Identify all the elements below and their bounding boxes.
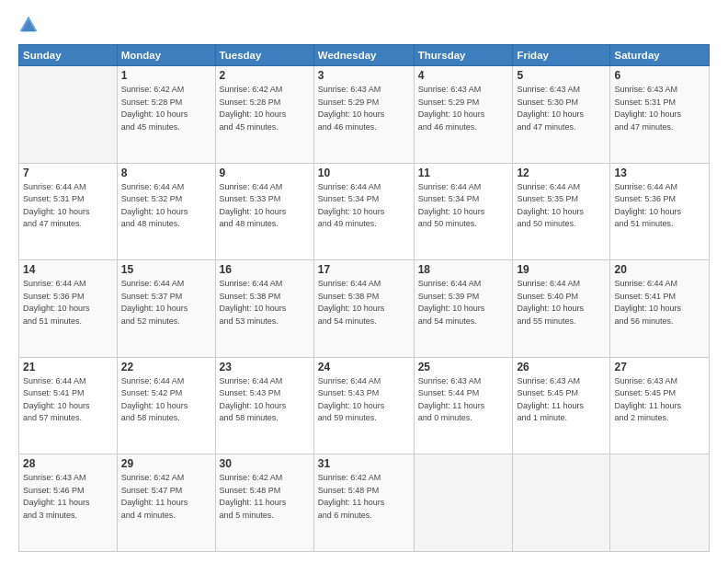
day-number: 19 [517, 263, 606, 276]
day-info: Sunrise: 6:43 AM Sunset: 5:44 PM Dayligh… [418, 375, 509, 425]
day-number: 16 [220, 263, 310, 276]
day-cell [513, 454, 610, 552]
day-cell: 5Sunrise: 6:43 AM Sunset: 5:30 PM Daylig… [513, 66, 610, 164]
header [18, 15, 710, 35]
day-cell: 28Sunrise: 6:43 AM Sunset: 5:46 PM Dayli… [19, 454, 118, 552]
day-info: Sunrise: 6:44 AM Sunset: 5:34 PM Dayligh… [318, 181, 410, 231]
day-info: Sunrise: 6:43 AM Sunset: 5:29 PM Dayligh… [418, 84, 509, 133]
day-cell: 8Sunrise: 6:44 AM Sunset: 5:32 PM Daylig… [117, 163, 215, 260]
day-cell: 10Sunrise: 6:44 AM Sunset: 5:34 PM Dayli… [313, 163, 414, 260]
day-cell: 31Sunrise: 6:42 AM Sunset: 5:48 PM Dayli… [313, 454, 414, 552]
calendar-body: 1Sunrise: 6:42 AM Sunset: 5:28 PM Daylig… [19, 66, 710, 552]
day-cell: 17Sunrise: 6:44 AM Sunset: 5:38 PM Dayli… [313, 260, 414, 358]
day-number: 10 [318, 167, 410, 179]
day-cell: 22Sunrise: 6:44 AM Sunset: 5:42 PM Dayli… [117, 357, 215, 454]
calendar-table: SundayMondayTuesdayWednesdayThursdayFrid… [18, 44, 710, 552]
day-cell: 1Sunrise: 6:42 AM Sunset: 5:28 PM Daylig… [117, 66, 215, 164]
day-info: Sunrise: 6:44 AM Sunset: 5:37 PM Dayligh… [121, 278, 211, 327]
day-info: Sunrise: 6:44 AM Sunset: 5:32 PM Dayligh… [121, 181, 211, 231]
day-number: 2 [220, 69, 310, 82]
day-info: Sunrise: 6:44 AM Sunset: 5:42 PM Dayligh… [121, 375, 211, 425]
day-info: Sunrise: 6:43 AM Sunset: 5:31 PM Dayligh… [614, 84, 705, 133]
week-row-0: 1Sunrise: 6:42 AM Sunset: 5:28 PM Daylig… [19, 66, 710, 164]
day-cell: 16Sunrise: 6:44 AM Sunset: 5:38 PM Dayli… [215, 260, 313, 358]
day-number: 13 [614, 167, 705, 179]
day-info: Sunrise: 6:44 AM Sunset: 5:43 PM Dayligh… [318, 375, 410, 425]
day-cell: 26Sunrise: 6:43 AM Sunset: 5:45 PM Dayli… [513, 357, 610, 454]
day-info: Sunrise: 6:43 AM Sunset: 5:45 PM Dayligh… [614, 375, 705, 425]
day-number: 4 [418, 69, 509, 82]
day-cell: 11Sunrise: 6:44 AM Sunset: 5:34 PM Dayli… [414, 163, 513, 260]
day-number: 21 [23, 361, 113, 373]
day-number: 15 [121, 263, 211, 276]
day-info: Sunrise: 6:44 AM Sunset: 5:43 PM Dayligh… [220, 375, 310, 425]
header-day-thursday: Thursday [414, 45, 513, 66]
day-cell: 25Sunrise: 6:43 AM Sunset: 5:44 PM Dayli… [414, 357, 513, 454]
day-info: Sunrise: 6:43 AM Sunset: 5:46 PM Dayligh… [23, 472, 113, 522]
day-number: 30 [220, 457, 310, 470]
day-number: 14 [23, 263, 113, 276]
day-number: 26 [517, 361, 606, 373]
day-info: Sunrise: 6:44 AM Sunset: 5:41 PM Dayligh… [23, 375, 113, 425]
day-info: Sunrise: 6:44 AM Sunset: 5:41 PM Dayligh… [614, 278, 705, 327]
day-number: 24 [318, 361, 410, 373]
header-day-wednesday: Wednesday [313, 45, 414, 66]
day-cell: 7Sunrise: 6:44 AM Sunset: 5:31 PM Daylig… [19, 163, 118, 260]
header-day-saturday: Saturday [610, 45, 710, 66]
day-cell: 19Sunrise: 6:44 AM Sunset: 5:40 PM Dayli… [513, 260, 610, 358]
day-info: Sunrise: 6:44 AM Sunset: 5:38 PM Dayligh… [220, 278, 310, 327]
day-cell [610, 454, 710, 552]
day-cell: 15Sunrise: 6:44 AM Sunset: 5:37 PM Dayli… [117, 260, 215, 358]
day-info: Sunrise: 6:44 AM Sunset: 5:35 PM Dayligh… [517, 181, 606, 231]
day-number: 6 [614, 69, 705, 82]
day-info: Sunrise: 6:42 AM Sunset: 5:48 PM Dayligh… [318, 472, 410, 522]
day-cell: 14Sunrise: 6:44 AM Sunset: 5:36 PM Dayli… [19, 260, 118, 358]
day-info: Sunrise: 6:44 AM Sunset: 5:39 PM Dayligh… [418, 278, 509, 327]
day-info: Sunrise: 6:44 AM Sunset: 5:34 PM Dayligh… [418, 181, 509, 231]
header-day-sunday: Sunday [19, 45, 118, 66]
logo [18, 15, 42, 35]
day-cell: 18Sunrise: 6:44 AM Sunset: 5:39 PM Dayli… [414, 260, 513, 358]
day-cell [414, 454, 513, 552]
day-cell: 6Sunrise: 6:43 AM Sunset: 5:31 PM Daylig… [610, 66, 710, 164]
day-info: Sunrise: 6:44 AM Sunset: 5:31 PM Dayligh… [23, 181, 113, 231]
day-info: Sunrise: 6:44 AM Sunset: 5:38 PM Dayligh… [318, 278, 410, 327]
day-number: 3 [318, 69, 410, 82]
day-info: Sunrise: 6:42 AM Sunset: 5:47 PM Dayligh… [121, 472, 211, 522]
day-cell: 13Sunrise: 6:44 AM Sunset: 5:36 PM Dayli… [610, 163, 710, 260]
day-cell: 9Sunrise: 6:44 AM Sunset: 5:33 PM Daylig… [215, 163, 313, 260]
day-number: 1 [121, 69, 211, 82]
day-number: 25 [418, 361, 509, 373]
day-cell: 20Sunrise: 6:44 AM Sunset: 5:41 PM Dayli… [610, 260, 710, 358]
logo-icon [18, 15, 39, 35]
header-day-tuesday: Tuesday [215, 45, 313, 66]
day-cell: 29Sunrise: 6:42 AM Sunset: 5:47 PM Dayli… [117, 454, 215, 552]
day-number: 9 [220, 167, 310, 179]
day-info: Sunrise: 6:44 AM Sunset: 5:33 PM Dayligh… [220, 181, 310, 231]
day-info: Sunrise: 6:43 AM Sunset: 5:30 PM Dayligh… [517, 84, 606, 133]
day-number: 18 [418, 263, 509, 276]
day-number: 12 [517, 167, 606, 179]
day-number: 22 [121, 361, 211, 373]
week-row-4: 28Sunrise: 6:43 AM Sunset: 5:46 PM Dayli… [19, 454, 710, 552]
week-row-2: 14Sunrise: 6:44 AM Sunset: 5:36 PM Dayli… [19, 260, 710, 358]
day-info: Sunrise: 6:42 AM Sunset: 5:28 PM Dayligh… [220, 84, 310, 133]
day-number: 28 [23, 457, 113, 470]
day-info: Sunrise: 6:43 AM Sunset: 5:45 PM Dayligh… [517, 375, 606, 425]
day-cell: 3Sunrise: 6:43 AM Sunset: 5:29 PM Daylig… [313, 66, 414, 164]
week-row-1: 7Sunrise: 6:44 AM Sunset: 5:31 PM Daylig… [19, 163, 710, 260]
day-cell: 2Sunrise: 6:42 AM Sunset: 5:28 PM Daylig… [215, 66, 313, 164]
day-number: 29 [121, 457, 211, 470]
calendar-header: SundayMondayTuesdayWednesdayThursdayFrid… [19, 45, 710, 66]
day-cell: 27Sunrise: 6:43 AM Sunset: 5:45 PM Dayli… [610, 357, 710, 454]
day-cell: 4Sunrise: 6:43 AM Sunset: 5:29 PM Daylig… [414, 66, 513, 164]
day-number: 8 [121, 167, 211, 179]
day-info: Sunrise: 6:42 AM Sunset: 5:48 PM Dayligh… [220, 472, 310, 522]
day-number: 31 [318, 457, 410, 470]
day-info: Sunrise: 6:43 AM Sunset: 5:29 PM Dayligh… [318, 84, 410, 133]
header-day-monday: Monday [117, 45, 215, 66]
day-cell: 24Sunrise: 6:44 AM Sunset: 5:43 PM Dayli… [313, 357, 414, 454]
day-info: Sunrise: 6:44 AM Sunset: 5:40 PM Dayligh… [517, 278, 606, 327]
day-cell: 12Sunrise: 6:44 AM Sunset: 5:35 PM Dayli… [513, 163, 610, 260]
day-number: 11 [418, 167, 509, 179]
